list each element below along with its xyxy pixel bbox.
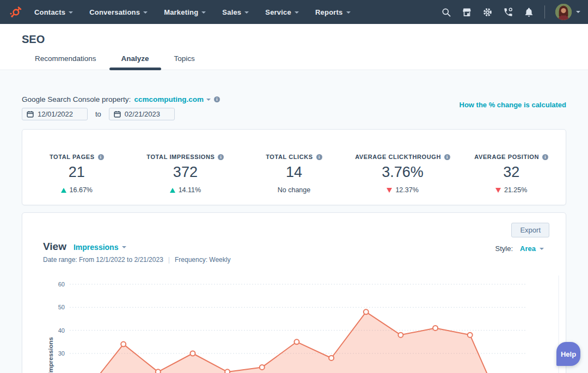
chevron-down-icon bbox=[69, 11, 73, 14]
metric-value: 14 bbox=[240, 164, 348, 181]
chevron-down-icon bbox=[244, 11, 249, 14]
top-navigation-bar: Contacts Conversations Marketing Sales S… bbox=[0, 0, 588, 24]
page-title: SEO bbox=[22, 33, 45, 46]
nav-item-sales[interactable]: Sales bbox=[222, 8, 249, 16]
metric-value: 32 bbox=[457, 164, 566, 181]
increase-icon bbox=[170, 188, 175, 193]
property-label: Google Search Console property: bbox=[22, 95, 131, 103]
info-icon[interactable]: i bbox=[98, 154, 104, 160]
property-select[interactable]: ccmcomputing.com bbox=[134, 95, 211, 103]
calls-icon[interactable] bbox=[503, 7, 513, 17]
hubspot-logo-icon[interactable] bbox=[8, 5, 22, 19]
notifications-bell-icon[interactable] bbox=[524, 7, 534, 17]
style-label: Style: bbox=[495, 244, 513, 253]
nav-item-marketing[interactable]: Marketing bbox=[164, 8, 206, 16]
metric-total-clicks: TOTAL CLICKSi 14 No change bbox=[240, 130, 348, 205]
decrease-icon bbox=[387, 188, 392, 193]
info-icon[interactable]: i bbox=[214, 96, 220, 102]
to-label: to bbox=[93, 110, 103, 118]
increase-icon bbox=[61, 188, 66, 193]
page-header: SEO Recommendations Analyze Topics bbox=[0, 24, 588, 70]
calendar-icon bbox=[114, 111, 121, 118]
chevron-down-icon bbox=[346, 11, 351, 14]
tab-analyze[interactable]: Analyze bbox=[121, 50, 149, 70]
nav-item-reports[interactable]: Reports bbox=[315, 8, 351, 16]
search-icon[interactable] bbox=[441, 7, 451, 17]
analyze-content: Google Search Console property: ccmcompu… bbox=[0, 71, 588, 373]
end-date-input[interactable]: 02/21/2023 bbox=[109, 108, 175, 120]
metric-value: 21 bbox=[22, 164, 131, 181]
chevron-down-icon bbox=[143, 11, 148, 14]
calendar-icon bbox=[27, 111, 34, 118]
meta-separator: | bbox=[168, 256, 170, 264]
help-button[interactable]: Help bbox=[556, 342, 580, 366]
user-avatar[interactable] bbox=[555, 4, 572, 20]
metric-value: 3.76% bbox=[348, 164, 457, 181]
metric-total-pages: TOTAL PAGESi 21 16.67% bbox=[22, 130, 131, 205]
settings-gear-icon[interactable] bbox=[482, 7, 493, 17]
start-date-input[interactable]: 12/01/2022 bbox=[22, 108, 88, 120]
date-range-controls: 12/01/2022 to 02/21/2023 bbox=[22, 108, 175, 120]
chevron-down-icon bbox=[122, 246, 126, 248]
svg-text:50: 50 bbox=[58, 304, 65, 310]
tab-topics[interactable]: Topics bbox=[174, 50, 195, 70]
svg-text:Impressions: Impressions bbox=[47, 337, 54, 373]
start-date-value: 12/01/2022 bbox=[38, 110, 73, 118]
info-icon[interactable]: i bbox=[444, 154, 450, 160]
chevron-down-icon bbox=[201, 11, 206, 14]
chevron-down-icon bbox=[540, 248, 544, 250]
nav-utility-icons bbox=[441, 0, 580, 24]
chevron-down-icon bbox=[295, 11, 299, 14]
nav-item-conversations[interactable]: Conversations bbox=[89, 8, 148, 16]
search-console-property-row: Google Search Console property: ccmcompu… bbox=[22, 95, 220, 103]
info-icon[interactable]: i bbox=[542, 154, 548, 160]
tab-bar: Recommendations Analyze Topics bbox=[35, 50, 195, 70]
summary-metrics-card: TOTAL PAGESi 21 16.67% TOTAL IMPRESSIONS… bbox=[22, 129, 566, 205]
style-select[interactable]: Area bbox=[520, 244, 544, 253]
percent-change-help-link[interactable]: How the % change is calculated bbox=[460, 101, 567, 109]
chart-meta: Date range: From 12/1/2022 to 2/21/2023 … bbox=[43, 256, 230, 264]
svg-text:40: 40 bbox=[58, 327, 65, 334]
svg-text:30: 30 bbox=[58, 350, 65, 357]
impressions-chart-card: Export View Impressions Date range: From… bbox=[22, 212, 566, 373]
decrease-icon bbox=[495, 188, 501, 193]
metric-value: 372 bbox=[131, 164, 240, 181]
tab-recommendations[interactable]: Recommendations bbox=[35, 50, 96, 70]
chevron-down-icon bbox=[576, 11, 580, 13]
chart-view-controls: View Impressions bbox=[43, 241, 126, 253]
impressions-area-chart: 30405060Impressions bbox=[22, 273, 567, 373]
chart-frequency: Frequency: Weekly bbox=[175, 256, 231, 264]
view-metric-select[interactable]: Impressions bbox=[74, 243, 126, 252]
nav-item-service[interactable]: Service bbox=[265, 8, 299, 16]
metric-total-impressions: TOTAL IMPRESSIONSi 372 14.11% bbox=[131, 130, 240, 205]
export-button[interactable]: Export bbox=[511, 223, 549, 237]
chart-style-controls: Style: Area bbox=[495, 244, 544, 253]
marketplace-icon[interactable] bbox=[462, 7, 472, 17]
info-icon[interactable]: i bbox=[218, 154, 224, 160]
end-date-value: 02/21/2023 bbox=[125, 110, 160, 118]
nav-item-contacts[interactable]: Contacts bbox=[34, 8, 73, 16]
view-label: View bbox=[43, 241, 66, 253]
chart-date-range: Date range: From 12/1/2022 to 2/21/2023 bbox=[43, 256, 163, 264]
metric-average-clickthrough: AVERAGE CLICKTHROUGHi 3.76% 12.37% bbox=[348, 130, 457, 205]
svg-text:60: 60 bbox=[58, 281, 65, 288]
info-icon[interactable]: i bbox=[316, 154, 322, 160]
chevron-down-icon bbox=[206, 99, 211, 101]
nav-divider bbox=[544, 5, 545, 19]
metric-average-position: AVERAGE POSITIONi 32 21.25% bbox=[457, 130, 566, 205]
main-menu: Contacts Conversations Marketing Sales S… bbox=[34, 8, 351, 16]
account-menu[interactable] bbox=[555, 4, 580, 20]
